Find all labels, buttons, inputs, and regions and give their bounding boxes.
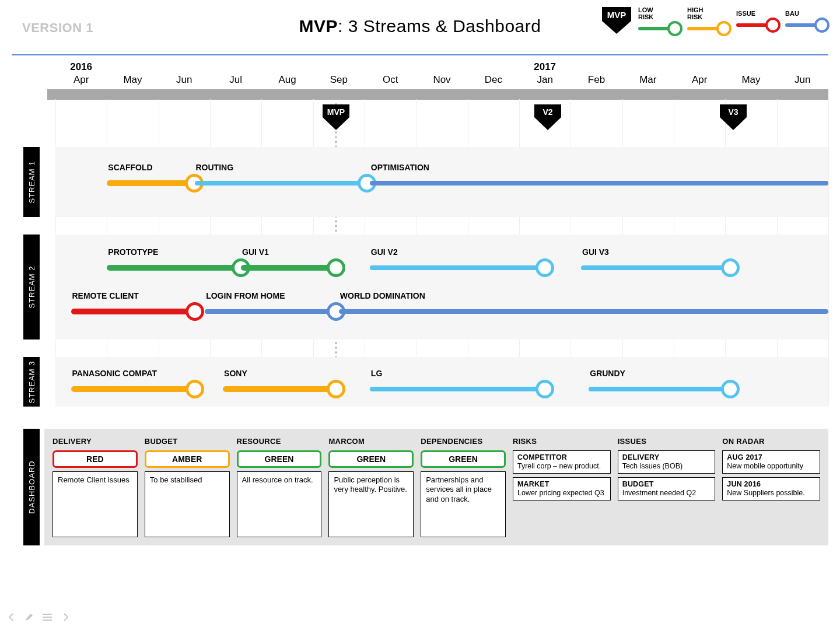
dashboard-card: BUDGETInvestment needed Q2 [618, 477, 716, 501]
grid-line [828, 99, 829, 405]
title-rest: : 3 Streams & Dashboard [338, 16, 541, 36]
legend-label: BAU [785, 10, 799, 18]
task-label: PROTOTYPE [108, 247, 158, 257]
status-badge: GREEN [421, 450, 506, 468]
legend-mvp-icon: MVP [601, 6, 632, 35]
header: VERSION 1 MVP: 3 Streams & Dashboard MVP… [0, 0, 840, 55]
task-label: GRUNDY [590, 369, 625, 378]
timeline-chart: 20162017AprMayJunJulAugSepOctNovDecJanFe… [23, 61, 828, 405]
task-bar: PANASONIC COMPAT [71, 379, 195, 399]
task-bar: GUI V2 [370, 258, 545, 278]
month-label: Jul [229, 74, 242, 86]
svg-text:V2: V2 [542, 107, 552, 117]
task-bar: WORLD DOMINATION [339, 302, 828, 321]
month-label: Aug [278, 74, 296, 86]
task-label: LOGIN FROM HOME [206, 291, 285, 300]
task-label: REMOTE CLIENT [72, 291, 139, 300]
month-label: Jun [794, 74, 810, 86]
month-label: Oct [383, 74, 398, 86]
task-label: GUI V1 [242, 247, 269, 257]
milestone-marker: V2 [532, 103, 564, 131]
svg-text:V3: V3 [728, 107, 738, 117]
month-label: May [741, 74, 760, 86]
dashboard-card-col: RISKSCOMPETITORTyrell corp – new product… [513, 437, 611, 537]
dashboard-col-title: RESOURCE [237, 437, 322, 446]
task-bar: LG [370, 379, 545, 399]
month-label: Dec [485, 74, 502, 86]
task-label: LG [371, 369, 382, 378]
header-divider [12, 54, 828, 55]
dashboard-card: JUN 2016New Suppliers possible. [722, 477, 820, 501]
task-label: ROUTING [196, 163, 234, 172]
month-label: Sep [330, 74, 348, 86]
status-note: Partnerships and services all in place a… [421, 471, 506, 537]
dashboard-status-col: BUDGETAMBERTo be stabilised [145, 437, 230, 537]
stream-label: STREAM 2 [23, 235, 40, 340]
task-label: WORLD DOMINATION [340, 291, 425, 300]
legend: MVP LOW RISK HIGH RISK ISSUE BAU [601, 6, 828, 35]
stream-lane: PANASONIC COMPATSONYLGGRUNDY [55, 357, 828, 407]
dashboard-col-title: ON RADAR [722, 437, 820, 446]
title-strong: MVP [299, 16, 338, 36]
year-label: 2017 [534, 61, 556, 73]
status-badge: GREEN [237, 450, 322, 468]
dashboard-col-title: MARCOM [328, 437, 414, 446]
legend-label: HIGH RISK [687, 7, 704, 20]
status-badge: RED [52, 450, 138, 468]
timeline-band [47, 89, 828, 100]
dashboard-col-title: DEPENDENCIES [421, 437, 506, 446]
timeline-scale: 20162017AprMayJunJulAugSepOctNovDecJanFe… [23, 61, 828, 99]
dashboard-col-title: RISKS [513, 437, 611, 446]
task-label: PANASONIC COMPAT [72, 369, 157, 378]
task-bar: SONY [223, 379, 336, 399]
task-bar: PROTOTYPE [107, 258, 241, 278]
status-note: Remote Client issues [52, 471, 138, 537]
task-bar: REMOTE CLIENT [71, 302, 195, 321]
task-label: SONY [224, 369, 247, 378]
task-bar: SCAFFOLD [107, 173, 194, 193]
task-label: OPTIMISATION [371, 163, 429, 172]
dashboard-card: AUG 2017New mobile opportunity [722, 450, 820, 474]
list-icon[interactable] [42, 612, 52, 622]
dashboard-col-title: BUDGET [145, 437, 230, 446]
status-badge: GREEN [328, 450, 414, 468]
legend-label: ISSUE [736, 10, 755, 18]
status-badge: AMBER [145, 450, 230, 468]
stream-label: STREAM 3 [23, 357, 40, 407]
dashboard-card: MARKETLower pricing expected Q3 [513, 477, 611, 501]
milestone-marker: V3 [718, 103, 749, 131]
task-bar: GRUNDY [589, 379, 730, 399]
task-bar: ROUTING [195, 173, 368, 193]
dashboard-label: DASHBOARD [23, 429, 40, 545]
milestone-marker: MVP [320, 103, 352, 131]
dashboard-status-col: RESOURCEGREENAll resource on track. [237, 437, 322, 537]
dashboard-card: DELIVERYTech issues (BOB) [618, 450, 716, 474]
dashboard-card-col: ISSUESDELIVERYTech issues (BOB)BUDGETInv… [618, 437, 716, 537]
month-label: Jan [537, 74, 552, 86]
status-note: Public perception is very healthy. Posit… [328, 471, 414, 537]
dashboard-col-title: ISSUES [618, 437, 716, 446]
month-label: Apr [74, 74, 89, 86]
arrow-right-icon[interactable] [61, 612, 70, 622]
task-bar: GUI V3 [581, 258, 730, 278]
pencil-icon[interactable] [24, 612, 34, 622]
arrow-left-icon[interactable] [7, 612, 16, 622]
svg-text:MVP: MVP [327, 107, 345, 117]
legend-issue: ISSUE [736, 10, 779, 30]
stream-label: STREAM 1 [23, 147, 40, 217]
legend-label: LOW RISK [638, 7, 653, 20]
task-label: GUI V3 [582, 247, 609, 257]
status-note: To be stabilised [145, 471, 230, 537]
stream-lane: SCAFFOLDROUTINGOPTIMISATION [55, 147, 828, 217]
svg-rect-8 [43, 617, 52, 618]
year-label: 2016 [70, 61, 92, 73]
dashboard-status-col: DELIVERYREDRemote Client issues [52, 437, 138, 537]
task-bar: OPTIMISATION [370, 173, 828, 193]
dashboard-status-col: DEPENDENCIESGREENPartnerships and servic… [421, 437, 506, 537]
month-label: Mar [639, 74, 656, 86]
dashboard-label-text: DASHBOARD [27, 460, 36, 513]
legend-mvp-text: MVP [607, 10, 626, 20]
month-label: Feb [588, 74, 605, 86]
legend-high-risk: HIGH RISK [687, 7, 730, 33]
legend-bau: BAU [785, 10, 828, 30]
